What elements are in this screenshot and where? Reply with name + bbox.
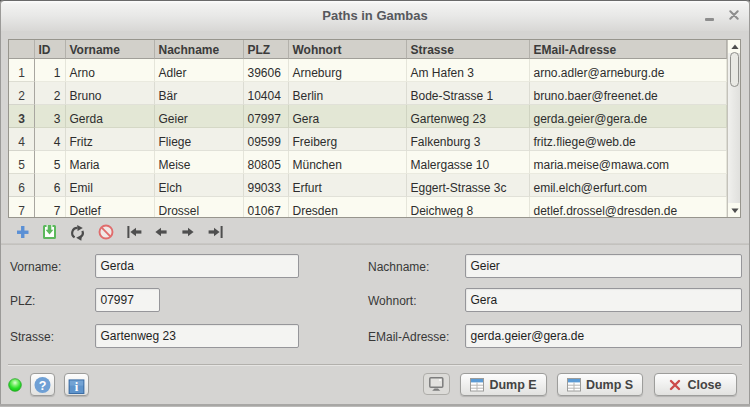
svg-text:i: i: [75, 380, 79, 394]
svg-text:?: ?: [39, 379, 47, 393]
